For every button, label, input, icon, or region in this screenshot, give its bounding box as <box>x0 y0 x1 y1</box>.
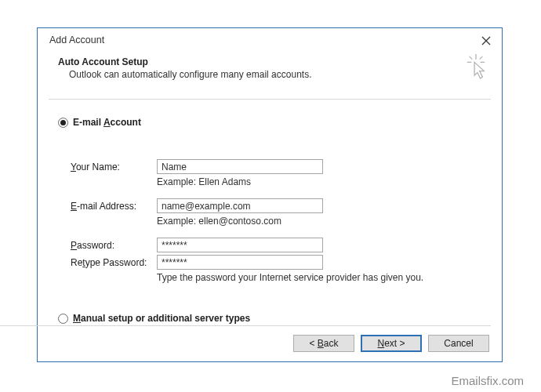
form-area: Your Name: Example: Ellen Adams E-mail A… <box>71 159 502 283</box>
back-button[interactable]: < Back <box>293 335 354 352</box>
your-name-label: Your Name: <box>71 162 157 172</box>
header-area: Auto Account Setup Outlook can automatic… <box>38 52 502 99</box>
your-name-hint: Example: Ellen Adams <box>157 176 502 187</box>
button-bar: < Back Next > Cancel <box>293 335 489 352</box>
radio-icon <box>58 118 68 128</box>
radio-icon <box>58 314 68 324</box>
header-title: Auto Account Setup <box>58 52 486 67</box>
svg-line-5 <box>470 56 473 60</box>
your-name-input[interactable] <box>157 159 323 174</box>
email-input[interactable] <box>157 198 323 213</box>
password-input[interactable] <box>157 238 323 252</box>
cursor-sparkle-icon <box>464 53 488 80</box>
cancel-button[interactable]: Cancel <box>428 335 489 352</box>
retype-password-label: Retype Password: <box>71 257 157 268</box>
close-icon <box>481 36 491 45</box>
titlebar: Add Account <box>38 28 502 52</box>
header-subtitle: Outlook can automatically configure many… <box>58 67 486 80</box>
email-label: E-mail Address: <box>71 201 157 212</box>
email-hint: Example: ellen@contoso.com <box>157 216 502 227</box>
radio-email-label: E-mail Account <box>73 117 141 128</box>
password-hint: Type the password your Internet service … <box>157 272 502 283</box>
radio-manual-setup[interactable]: Manual setup or additional server types <box>58 313 502 324</box>
svg-line-6 <box>480 56 483 60</box>
password-label: Password: <box>71 240 157 251</box>
next-button[interactable]: Next > <box>361 335 422 352</box>
divider <box>0 325 491 326</box>
radio-manual-label: Manual setup or additional server types <box>73 313 250 324</box>
retype-password-input[interactable] <box>157 255 323 270</box>
dialog-title: Add Account <box>49 34 104 45</box>
divider <box>49 99 491 100</box>
radio-email-account[interactable]: E-mail Account <box>58 117 502 128</box>
add-account-dialog: Add Account Auto Account Setup Outlook c… <box>37 27 503 362</box>
watermark: Emailsfix.com <box>451 374 524 387</box>
close-button[interactable] <box>477 33 496 49</box>
